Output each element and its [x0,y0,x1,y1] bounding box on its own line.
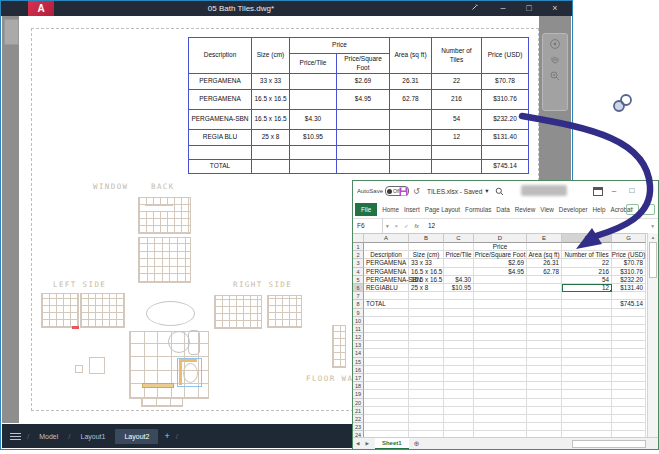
row-header-16[interactable]: 16 [353,366,364,374]
toilet-bowl[interactable] [168,331,190,353]
ribbon-tab-help[interactable]: Help [593,206,606,213]
cell-C14[interactable] [444,349,474,357]
cell-A3[interactable]: PERGAMENA [364,259,409,267]
cell-D19[interactable] [474,390,527,398]
cell-B13[interactable] [409,341,444,349]
cell-G17[interactable] [612,374,646,382]
cell-C13[interactable] [444,341,474,349]
cell-B15[interactable] [409,358,444,366]
row-header-3[interactable]: 3 [353,259,364,267]
cell-D2[interactable]: Price/Square Foot [474,251,527,259]
cell-B8[interactable] [409,300,444,308]
cell-C8[interactable] [444,300,474,308]
right-wall-tile-grid-2[interactable] [267,295,302,328]
cell-E19[interactable] [527,390,562,398]
fill-handle[interactable] [610,290,613,293]
column-header-B[interactable]: B [409,233,444,243]
scroll-up-icon[interactable]: ▴ [648,233,658,241]
cell-C17[interactable] [444,374,474,382]
cell-A10[interactable] [364,317,409,325]
cell-A22[interactable] [364,415,409,423]
cell-F10[interactable] [562,317,612,325]
cell-C16[interactable] [444,366,474,374]
ribbon-tab-review[interactable]: Review [515,206,536,213]
cell-F23[interactable] [562,423,612,431]
cell-E10[interactable] [527,317,562,325]
cell-E20[interactable] [527,399,562,407]
formula-cancel-icon[interactable]: × [392,223,401,229]
cell-C2[interactable]: Price/Tile [444,251,474,259]
row-header-13[interactable]: 13 [353,341,364,349]
cell-D10[interactable] [474,317,527,325]
cell-C10[interactable] [444,317,474,325]
cell-G16[interactable] [612,366,646,374]
cell-B10[interactable] [409,317,444,325]
cell-A12[interactable] [364,333,409,341]
sheet-next-icon[interactable]: ▶ [362,441,371,446]
cell-A23[interactable] [364,423,409,431]
zoom-icon[interactable] [549,70,561,82]
cell-E17[interactable] [527,374,562,382]
cell-B5[interactable]: 16.5 x 16.5 [409,276,444,284]
cell-G8[interactable]: $745.14 [612,300,646,308]
cell-D8[interactable] [474,300,527,308]
acad-maximize-button[interactable]: □ [518,1,540,16]
cell-C4[interactable] [444,268,474,276]
cell-C19[interactable] [444,390,474,398]
cell-G13[interactable] [612,341,646,349]
back-wall-tile-grid-upper[interactable] [138,197,191,234]
ribbon-tab-page-layout[interactable]: Page Layout [425,206,460,213]
cell-F14[interactable] [562,349,612,357]
cell-A16[interactable] [364,366,409,374]
cell-A19[interactable] [364,390,409,398]
cell-A15[interactable] [364,358,409,366]
cell-F7[interactable] [562,292,612,300]
row-header-17[interactable]: 17 [353,374,364,382]
cell-C15[interactable] [444,358,474,366]
row-header-22[interactable]: 22 [353,415,364,423]
cell-B1[interactable] [409,243,444,251]
cell-D14[interactable] [474,349,527,357]
cell-E9[interactable] [527,309,562,317]
cell-G1[interactable] [612,243,646,251]
highlighted-tile-row[interactable] [142,383,174,388]
row-header-10[interactable]: 10 [353,317,364,325]
cell-B23[interactable] [409,423,444,431]
cell-G12[interactable] [612,333,646,341]
cell-A21[interactable] [364,407,409,415]
cell-F16[interactable] [562,366,612,374]
cell-B22[interactable] [409,415,444,423]
cell-E18[interactable] [527,382,562,390]
column-header-E[interactable]: E [527,233,562,243]
excel-minimize-button[interactable]: – [606,181,622,201]
column-header-F[interactable]: F [562,233,612,243]
cell-F9[interactable] [562,309,612,317]
cell-E7[interactable] [527,292,562,300]
cell-A20[interactable] [364,399,409,407]
comments-button[interactable] [642,204,655,215]
column-header-C[interactable]: C [444,233,474,243]
undo-icon[interactable]: ↺ [413,181,420,201]
cell-G20[interactable] [612,399,646,407]
ribbon-tab-developer[interactable]: Developer [559,206,588,213]
row-header-6[interactable]: 6 [353,284,364,292]
title-dropdown-icon[interactable]: ▾ [485,187,488,195]
cell-D5[interactable] [474,276,527,284]
steering-wheel-icon[interactable] [549,38,561,50]
cell-C9[interactable] [444,309,474,317]
cell-G6[interactable]: $131.40 [612,284,646,292]
cell-F18[interactable] [562,382,612,390]
cell-F11[interactable] [562,325,612,333]
cell-G9[interactable] [612,309,646,317]
cell-D21[interactable] [474,407,527,415]
row-header-14[interactable]: 14 [353,349,364,357]
ribbon-tab-home[interactable]: Home [382,206,399,213]
cell-B7[interactable] [409,292,444,300]
small-tile-1[interactable] [75,365,83,373]
cell-D18[interactable] [474,382,527,390]
pan-hand-icon[interactable] [549,54,561,66]
cell-B14[interactable] [409,349,444,357]
share-button[interactable]: ↑ [626,204,639,215]
cell-B16[interactable] [409,366,444,374]
column-header-A[interactable]: A [364,233,409,243]
